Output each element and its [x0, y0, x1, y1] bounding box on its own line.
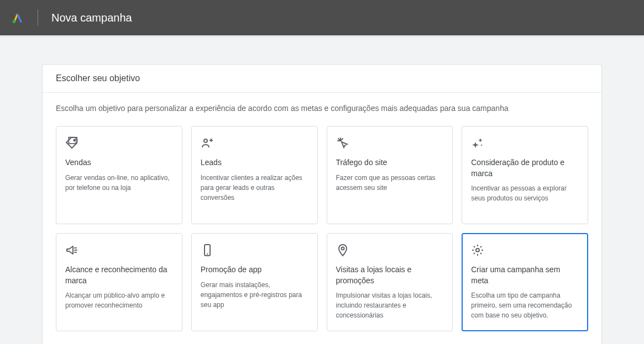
google-ads-logo-icon [11, 11, 24, 24]
panel-subtitle: Escolha um objetivo para personalizar a … [56, 104, 588, 113]
objective-card-leads[interactable]: Leads Incentivar clientes a realizar açõ… [191, 126, 318, 224]
card-description: Impulsionar visitas a lojas locais, incl… [336, 290, 444, 320]
card-description: Escolha um tipo de campanha primeiro, se… [471, 290, 579, 320]
card-title: Visitas a lojas locais e promoções [336, 264, 444, 286]
objective-card-traffic[interactable]: Tráfego do site Fazer com que as pessoas… [327, 126, 453, 224]
card-description: Incentivar clientes a realizar ações par… [201, 173, 308, 203]
content-wrapper: Escolher seu objetivo Escolha um objetiv… [0, 38, 644, 344]
panel-body: Escolha um objetivo para personalizar a … [43, 93, 601, 344]
phone-icon [201, 244, 214, 257]
page-title: Nova campanha [51, 12, 132, 24]
card-title: Criar uma campanha sem meta [471, 264, 579, 286]
svg-point-0 [13, 20, 16, 23]
card-title: Promoção de app [201, 264, 308, 276]
card-description: Gerar vendas on-line, no aplicativo, por… [65, 173, 173, 193]
svg-point-1 [74, 140, 76, 141]
objective-card-consideration[interactable]: Consideração de produto e marca Incentiv… [462, 126, 588, 224]
card-description: Fazer com que as pessoas certas acessem … [336, 173, 444, 193]
panel-title: Escolher seu objetivo [56, 73, 588, 83]
header-left: Nova campanha [11, 9, 132, 26]
card-grid: Vendas Gerar vendas on-line, no aplicati… [56, 126, 588, 331]
sparkle-icon [471, 136, 484, 150]
objective-card-sales[interactable]: Vendas Gerar vendas on-line, no aplicati… [56, 126, 182, 224]
card-description: Incentivar as pessoas a explorar seus pr… [471, 183, 579, 203]
card-title: Tráfego do site [336, 157, 444, 168]
people-icon [201, 136, 214, 150]
card-title: Vendas [65, 157, 173, 168]
card-description: Alcançar um público-alvo amplo e promove… [65, 290, 173, 310]
svg-point-2 [204, 139, 207, 142]
objective-card-app[interactable]: Promoção de app Gerar mais instalações, … [191, 233, 318, 331]
logo-divider [38, 9, 38, 26]
objective-card-reach[interactable]: Alcance e reconhecimento da marca Alcanç… [56, 233, 182, 331]
objective-panel: Escolher seu objetivo Escolha um objetiv… [42, 64, 602, 344]
megaphone-icon [65, 244, 78, 257]
card-title: Alcance e reconhecimento da marca [65, 264, 173, 286]
card-description: Gerar mais instalações, engajamentos e p… [201, 280, 308, 310]
objective-card-no-goal[interactable]: Criar uma campanha sem meta Escolha um t… [462, 233, 588, 331]
svg-point-6 [476, 248, 479, 252]
tag-icon [65, 136, 78, 150]
objective-card-local[interactable]: Visitas a lojas locais e promoções Impul… [327, 233, 453, 331]
card-title: Leads [201, 157, 308, 168]
gear-icon [471, 244, 484, 257]
svg-point-5 [341, 247, 344, 250]
click-icon [336, 136, 349, 150]
panel-header: Escolher seu objetivo [43, 65, 601, 93]
app-header: Nova campanha [0, 0, 644, 35]
pin-icon [336, 244, 349, 257]
card-title: Consideração de produto e marca [471, 157, 579, 179]
